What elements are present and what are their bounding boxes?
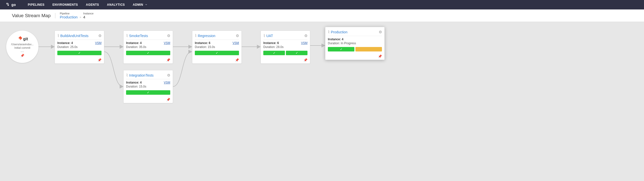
page-title: Value Stream Map [12, 13, 55, 18]
instance-value: 6 [209, 41, 210, 45]
duration-label: Duration: [57, 45, 70, 49]
vsm-link[interactable]: VSM [301, 41, 308, 45]
vsm-link[interactable]: VSM [164, 81, 170, 84]
nav-analytics[interactable]: ANALYTICS [107, 3, 125, 7]
nav-pipelines[interactable]: PIPELINES [28, 3, 44, 7]
check-icon: ✓ [216, 51, 218, 55]
nav-items: PIPELINES ENVIRONMENTS AGENTS ANALYTICS … [28, 3, 147, 7]
svg-rect-0 [8, 3, 8, 5]
instance-value: 4 [140, 41, 142, 45]
go-logo-icon [6, 3, 10, 7]
check-icon: ✓ [147, 51, 150, 55]
svg-point-1 [6, 3, 8, 4]
pipeline-title-link[interactable]: SmokeTests [129, 34, 148, 38]
stage-bar-build[interactable] [356, 47, 382, 52]
stage-bar-pass[interactable]: ✓ [195, 51, 239, 55]
duration-label: Duration: [328, 42, 340, 45]
pipeline-title-link[interactable]: BuildAndUnitTests [60, 34, 88, 38]
pipeline-title-link[interactable]: Regression [198, 34, 216, 38]
stage-bar-pass[interactable]: ✓ [263, 51, 285, 55]
pin-icon[interactable]: 📌 [235, 58, 239, 62]
instance-label: Instance: [195, 41, 208, 45]
material-node-git[interactable]: git /Users/aravindsv... Initial commit .… [6, 31, 38, 63]
pin-icon[interactable]: 📌 [378, 54, 382, 58]
pipeline-icon: ⌇ [57, 33, 59, 38]
pipeline-card-integ: ⌇ IntegrationTests ⚙ Instance: 4 VSM Dur… [123, 70, 173, 103]
navbar: go PIPELINES ENVIRONMENTS AGENTS ANALYTI… [0, 0, 644, 10]
pin-icon[interactable]: 📌 [20, 54, 24, 57]
duration-label: Duration: [195, 45, 207, 49]
nav-admin[interactable]: ADMIN [133, 3, 147, 7]
git-icon [17, 36, 22, 42]
duration-value: 28.0s [276, 45, 284, 49]
vsm-link[interactable]: VSM [164, 41, 170, 45]
duration-value: 25.0s [70, 45, 78, 49]
stage-bar-pass[interactable]: ✓ [328, 47, 354, 52]
vsm-canvas: git /Users/aravindsv... Initial commit .… [0, 22, 644, 121]
stage-bar-pass[interactable]: ✓ [286, 51, 308, 55]
git-text: git [23, 37, 28, 41]
instance-label: Instance: [57, 41, 70, 45]
gear-icon[interactable]: ⚙ [98, 34, 102, 38]
pipeline-card-smoke: ⌇ SmokeTests ⚙ Instance: 4 VSM Duration:… [123, 31, 173, 64]
instance-label: Instance: [328, 38, 341, 41]
stages-row: ✓ [328, 47, 382, 52]
crumb-pipeline: Pipeline Production [60, 12, 78, 19]
check-icon: ✓ [147, 91, 150, 94]
breadcrumb: Value Stream Map Pipeline Production » I… [0, 10, 644, 22]
duration-value: 15.0s [208, 45, 215, 49]
vsm-link[interactable]: VSM [95, 41, 102, 45]
pipeline-icon: ⌇ [126, 73, 128, 78]
instance-value: 4 [140, 81, 142, 84]
instance-label: Instance: [126, 81, 139, 84]
pin-icon[interactable]: 📌 [98, 58, 102, 62]
pin-icon[interactable]: 📌 [304, 58, 308, 62]
pipeline-card-uat: ⌇ UAT ⚙ Instance: 6 VSM Duration: 28.0s … [260, 31, 310, 64]
git-logo: git [17, 36, 28, 42]
instance-value: 6 [277, 41, 279, 45]
stage-bar-pass[interactable]: ✓ [57, 51, 102, 55]
pipeline-card-regr: ⌇ Regression ⚙ Instance: 6 VSM Duration:… [192, 31, 242, 64]
material-path: /Users/aravindsv... [11, 43, 34, 46]
pipeline-card-prod: ⌇ Production ⚙ Instance: 4 Duration: In … [325, 27, 385, 60]
stages-row: ✓ [57, 51, 102, 55]
gear-icon[interactable]: ⚙ [379, 30, 382, 34]
gear-icon[interactable]: ⚙ [167, 73, 170, 78]
crumb-pipeline-label: Pipeline [60, 12, 78, 15]
instance-value: 4 [342, 38, 344, 41]
stage-bar-pass[interactable]: ✓ [126, 90, 170, 95]
pin-icon[interactable]: 📌 [166, 98, 170, 101]
pipeline-title-link[interactable]: UAT [266, 34, 273, 38]
duration-value: 35.0s [139, 45, 146, 49]
crumb-instance: Instance 4 [83, 12, 94, 19]
instance-label: Instance: [126, 41, 139, 45]
check-icon: ✓ [296, 51, 298, 55]
svg-rect-2 [18, 36, 22, 40]
material-commit-message: Initial commit [14, 46, 30, 49]
vsm-link[interactable]: VSM [232, 41, 239, 45]
duration-label: Duration: [263, 45, 276, 49]
gear-icon[interactable]: ⚙ [236, 34, 239, 38]
pipeline-icon: ⌇ [263, 33, 265, 38]
nav-agents[interactable]: AGENTS [86, 3, 99, 7]
nav-environments[interactable]: ENVIRONMENTS [52, 3, 78, 7]
check-icon: ✓ [78, 51, 81, 55]
crumb-instance-value: 4 [83, 15, 94, 19]
gear-icon[interactable]: ⚙ [304, 34, 308, 38]
pipeline-icon: ⌇ [328, 30, 330, 34]
pin-icon[interactable]: 📌 [166, 58, 170, 62]
stage-bar-pass[interactable]: ✓ [126, 51, 170, 55]
crumb-pipeline-link[interactable]: Production [60, 15, 78, 19]
crumb-instance-label: Instance [83, 12, 94, 15]
pipeline-icon: ⌇ [195, 33, 197, 38]
pipeline-icon: ⌇ [126, 33, 128, 38]
pipeline-title-link[interactable]: Production [331, 30, 348, 34]
duration-label: Duration: [126, 85, 138, 88]
gear-icon[interactable]: ⚙ [167, 34, 170, 38]
instance-value: 4 [71, 41, 73, 45]
stages-row: ✓ [126, 90, 170, 95]
logo[interactable]: go [6, 3, 16, 7]
material-more[interactable]: ... [20, 49, 24, 53]
check-icon: ✓ [340, 48, 342, 51]
pipeline-title-link[interactable]: IntegrationTests [129, 73, 154, 77]
